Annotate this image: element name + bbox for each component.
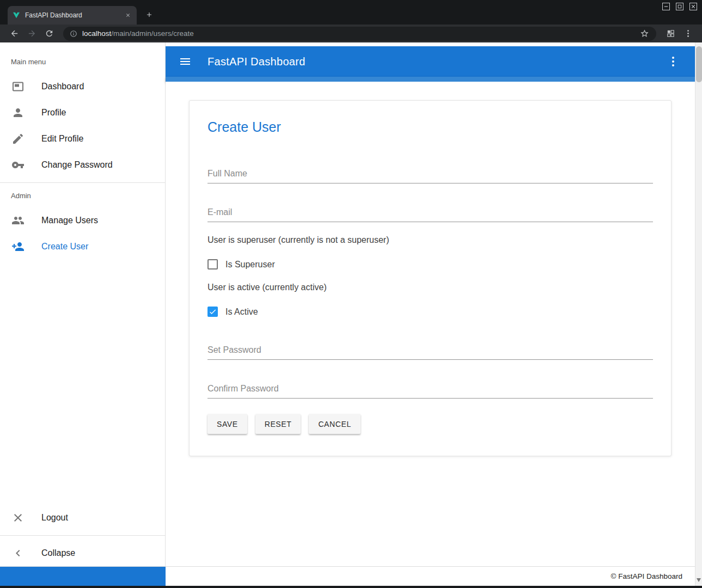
page-title: Create User xyxy=(207,119,653,135)
sidebar-item-change-password[interactable]: Change Password xyxy=(0,152,165,178)
sidebar-item-label: Collapse xyxy=(41,548,75,558)
is-active-label: Is Active xyxy=(225,307,258,317)
url-path: /main/admin/users/create xyxy=(111,29,194,38)
sidebar-item-logout[interactable]: Logout xyxy=(0,505,165,531)
active-checkbox-row: Is Active xyxy=(207,307,653,317)
sidebar-item-collapse[interactable]: Collapse xyxy=(0,540,165,566)
key-icon xyxy=(11,158,25,171)
site-info-icon[interactable] xyxy=(70,30,77,38)
sidebar-item-profile[interactable]: Profile xyxy=(0,100,165,126)
browser-tab[interactable]: FastAPI Dashboard xyxy=(8,6,137,24)
appbar-extension xyxy=(166,77,695,82)
page-scrollbar[interactable] xyxy=(695,42,702,586)
confirm-password-field[interactable] xyxy=(207,381,653,399)
window-bottom-edge xyxy=(0,586,702,588)
dashboard-icon xyxy=(11,80,25,93)
set-password-field[interactable] xyxy=(207,342,653,360)
sidebar-section-admin: Admin xyxy=(0,187,165,207)
sidebar-item-label: Create User xyxy=(41,242,88,252)
browser-menu-kebab-icon[interactable] xyxy=(681,27,695,41)
window-minimize-button[interactable] xyxy=(662,3,670,10)
people-icon xyxy=(11,214,25,227)
active-hint-text: User is active (currently active) xyxy=(207,283,653,292)
footer-main: © FastAPI Dashboard xyxy=(166,567,695,586)
vuetify-logo-icon xyxy=(12,11,21,20)
footer-sidebar-strip xyxy=(0,567,166,586)
browser-window: FastAPI Dashboard xyxy=(0,0,702,588)
extensions-icon[interactable] xyxy=(663,27,677,41)
create-user-card: Create User User is superuser (currently… xyxy=(189,100,672,456)
sidebar-item-label: Manage Users xyxy=(41,216,98,225)
app-body: Main menu Dashboard Profile Edit Profile xyxy=(0,42,695,566)
sidebar-item-label: Logout xyxy=(41,513,68,523)
person-icon xyxy=(11,106,25,119)
reload-button[interactable] xyxy=(42,27,56,41)
is-superuser-label: Is Superuser xyxy=(225,260,275,270)
save-button[interactable]: SAVE xyxy=(207,414,247,434)
sidebar-item-dashboard[interactable]: Dashboard xyxy=(0,74,165,100)
tab-close-icon[interactable] xyxy=(124,11,132,20)
cancel-button[interactable]: CANCEL xyxy=(309,414,360,434)
sidebar-item-label: Profile xyxy=(41,108,66,118)
chevron-left-icon xyxy=(11,547,25,560)
forward-button[interactable] xyxy=(25,27,39,41)
sidebar-divider xyxy=(0,535,165,536)
main-area: FastAPI Dashboard Create User User is su… xyxy=(166,42,695,566)
url-text[interactable]: localhost/main/admin/users/create xyxy=(82,29,635,38)
sidebar-item-label: Dashboard xyxy=(41,82,84,91)
copyright-text: © FastAPI Dashboard xyxy=(611,572,682,580)
back-button[interactable] xyxy=(7,27,21,41)
email-field[interactable] xyxy=(207,204,653,222)
browser-toolbar: localhost/main/admin/users/create xyxy=(0,24,702,42)
new-tab-button[interactable] xyxy=(143,8,156,21)
sidebar: Main menu Dashboard Profile Edit Profile xyxy=(0,42,166,566)
sidebar-item-label: Edit Profile xyxy=(41,134,83,144)
window-close-button[interactable] xyxy=(689,3,697,10)
is-superuser-checkbox[interactable] xyxy=(207,259,218,270)
window-controls xyxy=(662,3,697,10)
sidebar-section-main-menu: Main menu xyxy=(0,53,165,74)
person-add-icon xyxy=(11,240,25,253)
bookmark-star-icon[interactable] xyxy=(640,29,650,39)
app-footer: © FastAPI Dashboard xyxy=(0,566,702,586)
app-title: FastAPI Dashboard xyxy=(207,56,306,68)
browser-titlebar: FastAPI Dashboard xyxy=(0,0,702,24)
sidebar-divider xyxy=(0,182,165,183)
form-actions: SAVE RESET CANCEL xyxy=(207,414,653,434)
close-icon xyxy=(11,511,25,524)
sidebar-item-create-user[interactable]: Create User xyxy=(0,234,165,260)
page-content: Create User User is superuser (currently… xyxy=(166,82,695,566)
sidebar-spacer xyxy=(0,260,165,505)
superuser-checkbox-row: Is Superuser xyxy=(207,259,653,270)
is-active-checkbox[interactable] xyxy=(207,307,218,317)
full-name-field[interactable] xyxy=(207,166,653,183)
sidebar-item-manage-users[interactable]: Manage Users xyxy=(0,207,165,234)
tab-title: FastAPI Dashboard xyxy=(25,11,119,19)
scrollbar-thumb[interactable] xyxy=(696,46,702,82)
address-bar[interactable]: localhost/main/admin/users/create xyxy=(63,27,656,41)
check-icon xyxy=(209,308,217,316)
scrollbar-down-arrow-icon[interactable] xyxy=(697,578,701,582)
sidebar-item-label: Change Password xyxy=(41,160,113,170)
hamburger-menu-icon[interactable] xyxy=(179,55,192,68)
pencil-icon xyxy=(11,132,25,145)
appbar-kebab-icon[interactable] xyxy=(667,55,680,68)
url-host: localhost xyxy=(82,29,111,38)
app-bar: FastAPI Dashboard xyxy=(166,46,695,77)
superuser-hint-text: User is superuser (currently is not a su… xyxy=(207,235,653,245)
sidebar-item-edit-profile[interactable]: Edit Profile xyxy=(0,126,165,152)
window-maximize-button[interactable] xyxy=(676,3,683,10)
reset-button[interactable]: RESET xyxy=(255,414,301,434)
